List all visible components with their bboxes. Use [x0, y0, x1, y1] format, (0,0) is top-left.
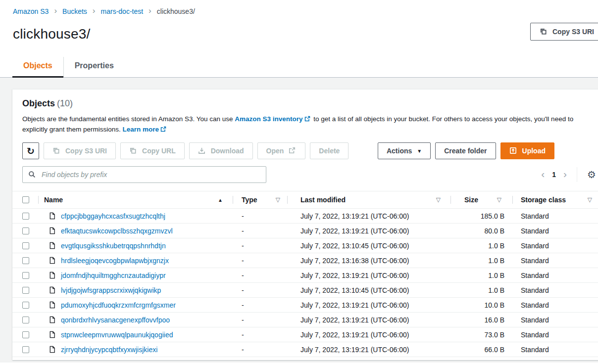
open-label: Open — [266, 147, 284, 155]
breadcrumb-buckets[interactable]: Buckets — [62, 7, 87, 15]
objects-table: Name ▲ Type ▽ Last modified ▽ Size ▽ Sto… — [12, 191, 598, 357]
create-folder-button[interactable]: Create folder — [435, 142, 496, 159]
object-name-link[interactable]: qonbrdxrhlvysanacgenexpffovvfpoo — [61, 316, 170, 324]
delete-button[interactable]: Delete — [310, 142, 349, 159]
select-all-checkbox[interactable] — [22, 196, 29, 203]
next-page-chevron-icon[interactable]: › — [563, 169, 567, 179]
caret-down-icon: ▼ — [417, 148, 422, 154]
object-name-link[interactable]: pdumoxyhjcdfuoqkrzxmfcrgmfgsxmer — [61, 301, 176, 309]
row-checkbox[interactable] — [22, 228, 29, 234]
objects-description: Objects are the fundamental entities sto… — [22, 114, 583, 135]
objects-title-label: Objects — [22, 98, 55, 108]
file-icon — [49, 227, 56, 235]
object-type: - — [233, 238, 287, 253]
object-last-modified: July 7, 2022, 13:19:21 (UTC-06:00) — [287, 268, 450, 282]
object-type: - — [233, 298, 287, 312]
object-type: - — [233, 224, 287, 238]
column-header-name[interactable]: Name ▲ — [38, 191, 233, 208]
file-icon — [49, 212, 56, 220]
object-name-link[interactable]: hrdlsleegjoqevcogbpwlapwbjxgnzjx — [61, 257, 169, 265]
row-checkbox[interactable] — [22, 302, 29, 309]
tab-properties[interactable]: Properties — [63, 57, 125, 77]
object-storage-class: Standard — [512, 253, 598, 268]
object-name-link[interactable]: zjrryqhdnjycypcqbtfxyxwjisjkiexi — [61, 346, 157, 354]
chevron-right-icon: › — [54, 6, 57, 15]
table-row: stpnwcleepmvruwwqlpaunukjqogiied - July … — [12, 327, 598, 342]
open-button[interactable]: Open — [257, 142, 306, 159]
page-title: clickhouse3/ — [13, 26, 598, 42]
chevron-right-icon: › — [149, 6, 151, 15]
object-type: - — [233, 342, 287, 357]
previous-page-chevron-icon[interactable]: ‹ — [541, 169, 545, 179]
table-row: pdumoxyhjcdfuoqkrzxmfcrgmfgsxmer - July … — [12, 298, 598, 313]
column-header-type[interactable]: Type ▽ — [233, 191, 287, 208]
copy-url-button[interactable]: Copy URL — [120, 142, 185, 159]
sort-icon: ▽ — [276, 196, 280, 203]
divider — [577, 167, 577, 182]
table-row: lvjdjgojwfsgrappscrxixwjqkigwikp - July … — [12, 283, 598, 298]
object-storage-class: Standard — [512, 298, 598, 312]
table-row: efktaqtucswkcowpclbsszhqxgzmvzvl - July … — [12, 224, 598, 238]
object-last-modified: July 7, 2022, 13:10:45 (UTC-06:00) — [287, 238, 450, 253]
object-name-link[interactable]: lvjdjgojwfsgrappscrxixwjqkigwikp — [61, 286, 161, 294]
refresh-button[interactable]: ↻ — [22, 142, 39, 159]
column-header-last-modified[interactable]: Last modified ▽ — [287, 191, 450, 208]
tab-objects[interactable]: Objects — [12, 57, 63, 77]
copy-s3-uri-button[interactable]: Copy S3 URI — [44, 142, 116, 159]
create-folder-label: Create folder — [444, 147, 487, 155]
object-storage-class: Standard — [512, 283, 598, 297]
search-input[interactable] — [41, 170, 260, 179]
column-header-storage-class[interactable]: Storage class ▽ — [512, 191, 598, 208]
object-type: - — [233, 327, 287, 342]
object-size: 1.0 B — [450, 238, 512, 253]
object-last-modified: July 7, 2022, 13:10:45 (UTC-06:00) — [287, 283, 450, 297]
object-name-link[interactable]: cfppcjbbggayhcxcasfxsugtzhcqlthj — [61, 212, 165, 220]
object-storage-class: Standard — [512, 224, 598, 238]
download-button[interactable]: Download — [189, 142, 253, 159]
table-row: zjrryqhdnjycypcqbtfxyxwjisjkiexi - July … — [12, 342, 598, 357]
file-icon — [49, 301, 56, 309]
gear-icon[interactable]: ⚙ — [587, 170, 596, 180]
type-header-label: Type — [242, 196, 257, 204]
object-storage-class: Standard — [512, 327, 598, 342]
amazon-s3-inventory-link[interactable]: Amazon S3 inventory — [235, 115, 302, 123]
upload-icon — [509, 147, 517, 155]
copy-url-label: Copy URL — [142, 147, 176, 155]
copy-s3-uri-header-button[interactable]: Copy S3 URI — [530, 23, 598, 41]
row-checkbox[interactable] — [22, 257, 29, 264]
row-checkbox[interactable] — [22, 213, 29, 220]
breadcrumb-bucket-name[interactable]: mars-doc-test — [101, 7, 144, 15]
object-last-modified: July 7, 2022, 13:19:21 (UTC-06:00) — [287, 342, 450, 357]
main-content-area: Objects(10) Objects are the fundamental … — [0, 78, 598, 363]
object-name-link[interactable]: efktaqtucswkcowpclbsszhqxgzmvzvl — [61, 227, 173, 235]
file-icon — [49, 242, 56, 250]
download-label: Download — [211, 147, 244, 155]
sort-ascending-icon: ▲ — [218, 197, 223, 203]
row-checkbox[interactable] — [22, 346, 29, 353]
objects-count: (10) — [57, 98, 73, 108]
current-page-number[interactable]: 1 — [552, 171, 556, 179]
object-storage-class: Standard — [512, 313, 598, 327]
object-size: 185.0 B — [450, 209, 512, 223]
breadcrumb-amazon-s3[interactable]: Amazon S3 — [13, 7, 49, 15]
row-checkbox[interactable] — [22, 272, 29, 279]
search-box — [22, 166, 266, 183]
object-name-link[interactable]: jdomfndjhquiltmgghcnzautadigiypr — [61, 272, 166, 279]
row-checkbox[interactable] — [22, 287, 29, 294]
column-header-size[interactable]: Size ▽ — [450, 191, 512, 208]
objects-toolbar: ↻ Copy S3 URI Copy URL Download Open Del… — [12, 135, 598, 159]
object-type: - — [233, 209, 287, 223]
row-checkbox[interactable] — [22, 317, 29, 323]
search-row: ‹ 1 › ⚙ — [12, 159, 598, 183]
object-name-link[interactable]: stpnwcleepmvruwwqlpaunukjqogiied — [61, 331, 173, 339]
row-checkbox[interactable] — [22, 242, 29, 249]
upload-button[interactable]: Upload — [500, 142, 554, 159]
actions-dropdown-button[interactable]: Actions ▼ — [378, 142, 431, 159]
learn-more-link[interactable]: Learn more — [123, 126, 159, 133]
sort-icon: ▽ — [436, 196, 441, 203]
row-checkbox[interactable] — [22, 331, 29, 338]
object-last-modified: July 7, 2022, 13:19:21 (UTC-06:00) — [287, 209, 450, 223]
table-row: jdomfndjhquiltmgghcnzautadigiypr - July … — [12, 268, 598, 283]
external-link-icon — [160, 125, 166, 131]
object-name-link[interactable]: evgtlqusgiksshkubetrqqpshnrhdtjn — [61, 242, 166, 250]
